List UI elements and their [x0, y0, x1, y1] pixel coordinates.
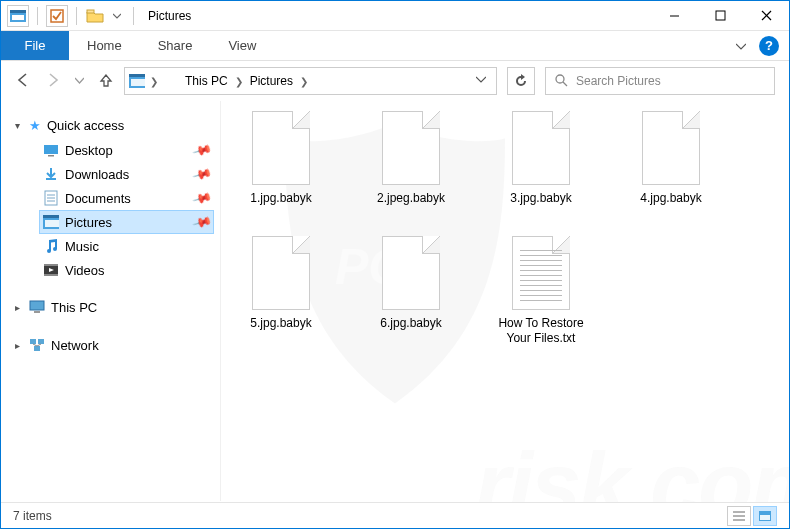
file-name: 5.jpg.babyk	[250, 316, 311, 331]
chevron-down-icon[interactable]: ▾	[11, 120, 23, 131]
minimize-button[interactable]	[651, 1, 697, 31]
chevron-right-icon[interactable]: ❯	[297, 76, 311, 87]
sidebar-item-label: Music	[65, 239, 99, 254]
svg-rect-30	[30, 339, 36, 344]
svg-rect-24	[45, 220, 59, 227]
svg-rect-32	[34, 346, 40, 351]
desktop-icon	[43, 142, 59, 158]
breadcrumb-pictures[interactable]: Pictures	[248, 74, 295, 88]
pictures-icon	[43, 214, 59, 230]
status-bar: 7 items	[1, 502, 789, 528]
sidebar-label: Quick access	[47, 118, 124, 133]
videos-icon	[43, 262, 59, 278]
svg-rect-16	[48, 155, 54, 157]
svg-line-33	[33, 344, 37, 346]
qat-app-icon[interactable]	[7, 5, 29, 27]
sidebar-item-label: Desktop	[65, 143, 113, 158]
view-details-button[interactable]	[727, 506, 751, 526]
qat-properties-icon[interactable]	[46, 5, 68, 27]
file-name: 3.jpg.babyk	[510, 191, 571, 206]
sidebar-item-documents[interactable]: Documents📌	[39, 186, 214, 210]
sidebar-item-label: Videos	[65, 263, 105, 278]
file-item[interactable]: 5.jpg.babyk	[231, 236, 331, 346]
tab-share[interactable]: Share	[140, 31, 211, 60]
svg-rect-27	[44, 274, 58, 276]
forward-button[interactable]	[45, 72, 61, 91]
this-pc-icon	[29, 299, 45, 315]
chevron-right-icon[interactable]: ▸	[11, 340, 23, 351]
file-item[interactable]: How To Restore Your Files.txt	[491, 236, 591, 346]
svg-rect-28	[30, 301, 44, 310]
refresh-button[interactable]	[507, 67, 535, 95]
tab-view[interactable]: View	[210, 31, 274, 60]
svg-rect-4	[51, 10, 63, 22]
svg-rect-15	[44, 145, 58, 154]
svg-rect-7	[716, 11, 725, 20]
file-name: How To Restore Your Files.txt	[491, 316, 591, 346]
sidebar-item-desktop[interactable]: Desktop📌	[39, 138, 214, 162]
sidebar-item-music[interactable]: Music	[39, 234, 214, 258]
file-pane[interactable]: 1.jpg.babyk2.jpeg.babyk3.jpg.babyk4.jpg.…	[221, 101, 789, 501]
svg-rect-31	[38, 339, 44, 344]
file-icon	[252, 111, 310, 185]
maximize-button[interactable]	[697, 1, 743, 31]
pin-icon: 📌	[191, 140, 212, 161]
file-icon	[512, 111, 570, 185]
file-item[interactable]: 3.jpg.babyk	[491, 111, 591, 206]
downloads-icon	[43, 166, 59, 182]
up-button[interactable]	[98, 72, 114, 91]
svg-line-34	[37, 344, 41, 346]
file-icon	[382, 111, 440, 185]
help-button[interactable]: ?	[759, 36, 779, 56]
recent-dropdown-icon[interactable]	[75, 74, 84, 88]
close-button[interactable]	[743, 1, 789, 31]
svg-rect-29	[34, 311, 40, 313]
file-name: 1.jpg.babyk	[250, 191, 311, 206]
breadcrumb-label: This PC	[185, 74, 228, 88]
qat-folder-icon[interactable]	[85, 6, 105, 26]
file-item[interactable]: 2.jpeg.babyk	[361, 111, 461, 206]
chevron-right-icon[interactable]: ▸	[11, 302, 23, 313]
search-input[interactable]	[576, 74, 766, 88]
file-icon	[382, 236, 440, 310]
ribbon-expand-icon[interactable]	[733, 38, 749, 54]
svg-rect-11	[129, 74, 145, 77]
pin-icon: 📌	[191, 188, 212, 209]
address-bar[interactable]: ❯ This PC ❯ Pictures ❯	[124, 67, 497, 95]
pin-icon: 📌	[191, 212, 212, 233]
sidebar-quick-access[interactable]: ▾ ★ Quick access	[7, 113, 214, 138]
chevron-right-icon[interactable]: ❯	[232, 76, 246, 87]
this-pc-small-icon	[165, 73, 181, 89]
sidebar-label: Network	[51, 338, 99, 353]
file-item[interactable]: 6.jpg.babyk	[361, 236, 461, 346]
file-item[interactable]: 1.jpg.babyk	[231, 111, 331, 206]
address-dropdown-icon[interactable]	[476, 74, 486, 88]
svg-rect-39	[760, 515, 770, 520]
sidebar-item-downloads[interactable]: Downloads📌	[39, 162, 214, 186]
status-count: 7 items	[13, 509, 52, 523]
sidebar-item-videos[interactable]: Videos	[39, 258, 214, 282]
titlebar: Pictures	[1, 1, 789, 31]
music-icon	[43, 238, 59, 254]
breadcrumb-this-pc[interactable]: This PC	[163, 73, 230, 89]
ribbon: File Home Share View ?	[1, 31, 789, 61]
svg-rect-5	[87, 10, 94, 13]
tab-home[interactable]: Home	[69, 31, 140, 60]
file-tab[interactable]: File	[1, 31, 69, 60]
sidebar-this-pc[interactable]: ▸ This PC	[7, 294, 214, 320]
search-icon	[554, 73, 568, 90]
sidebar-label: This PC	[51, 300, 97, 315]
file-item[interactable]: 4.jpg.babyk	[621, 111, 721, 206]
chevron-right-icon[interactable]: ❯	[147, 76, 161, 87]
sidebar-item-pictures[interactable]: Pictures📌	[39, 210, 214, 234]
nav-row: ❯ This PC ❯ Pictures ❯	[1, 61, 789, 101]
sidebar-network[interactable]: ▸ Network	[7, 332, 214, 358]
search-box[interactable]	[545, 67, 775, 95]
svg-line-14	[563, 82, 567, 86]
qat-dropdown-icon[interactable]	[109, 8, 125, 24]
svg-point-13	[556, 75, 564, 83]
file-name: 6.jpg.babyk	[380, 316, 441, 331]
view-thumbnails-button[interactable]	[753, 506, 777, 526]
svg-rect-26	[44, 264, 58, 266]
back-button[interactable]	[15, 72, 31, 91]
